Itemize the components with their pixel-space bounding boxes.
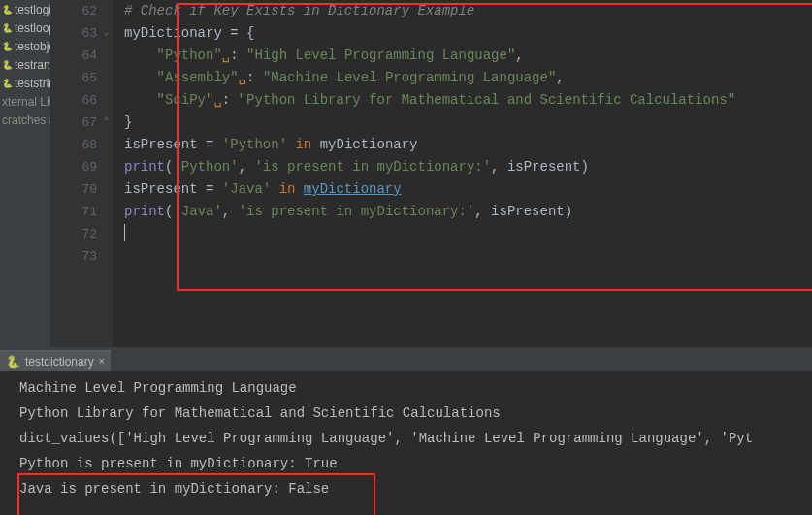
gutter: 6263⌄64656667⌃686970717273 — [50, 0, 113, 347]
code-token: : — [230, 48, 246, 63]
code-token: } — [124, 114, 132, 130]
code-line[interactable]: # Check if Key Exists in Dictionary Exam… — [124, 0, 812, 22]
code-line[interactable]: "Assembly"␣: "Machine Level Programming … — [124, 67, 812, 89]
code-line[interactable]: isPresent = 'Python' in myDictionary — [124, 134, 812, 156]
code-line[interactable]: "Python"␣: "High Level Programming Langu… — [124, 45, 812, 67]
code-token: = { — [222, 25, 255, 41]
tree-item-label: testlogic — [15, 3, 50, 16]
console-line: Machine Level Programming Language — [19, 375, 812, 401]
code-token — [124, 70, 157, 85]
tree-item-label: testloop — [15, 21, 50, 35]
code-token: : — [222, 92, 239, 108]
project-tree[interactable]: 🐍testlogic🐍testloop🐍testobje🐍testrand🐍te… — [0, 0, 50, 347]
sidebar-item[interactable]: 🐍testloop — [0, 18, 50, 37]
code-token: 'is present in myDictionary:' — [254, 159, 491, 175]
code-token: myDictionary — [320, 137, 418, 152]
python-file-icon: 🐍 — [2, 42, 12, 51]
code-line[interactable] — [124, 245, 812, 268]
python-file-icon: 🐍 — [2, 23, 12, 33]
sidebar-item[interactable]: xternal Lib — [0, 92, 50, 111]
console-line: Python is present in myDictionary: True — [19, 451, 812, 476]
code-token: isPresent = — [124, 137, 222, 152]
code-token: 'is present in myDictionary:' — [239, 204, 475, 219]
code-token: in — [295, 137, 319, 152]
code-token: ␣ — [239, 70, 246, 85]
close-icon[interactable]: × — [99, 356, 105, 367]
python-file-icon: 🐍 — [2, 79, 12, 88]
line-number: 73 — [50, 245, 113, 268]
code-token: 'Java' — [222, 181, 279, 197]
code-token: , — [515, 48, 523, 63]
line-number: 64 — [50, 45, 113, 67]
run-tool-window: 🐍 testdictionary × Machine Level Program… — [0, 347, 812, 515]
line-number: 65 — [50, 67, 113, 89]
tree-item-label: xternal Lib — [2, 95, 50, 109]
python-file-icon: 🐍 — [2, 5, 12, 15]
code-token: , — [239, 159, 255, 175]
line-number: 62 — [50, 0, 113, 22]
code-token — [124, 92, 157, 108]
code-token: : — [246, 70, 263, 85]
code-token: 'Java' — [173, 204, 221, 219]
line-number: 67⌃ — [50, 112, 113, 134]
sidebar-item[interactable]: 🐍testrand — [0, 55, 50, 74]
code-editor[interactable]: 6263⌄64656667⌃686970717273 # Check if Ke… — [50, 0, 812, 347]
python-file-icon: 🐍 — [2, 60, 12, 70]
code-token: , isPresent) — [474, 204, 572, 219]
code-line[interactable]: myDictionary = { — [124, 22, 812, 45]
caret — [124, 224, 125, 241]
code-token: "Python Library for Mathematical and Sci… — [239, 92, 735, 108]
code-token: "High Level Programming Language" — [246, 48, 515, 63]
code-token: "Machine Level Programming Language" — [263, 70, 556, 85]
run-tab[interactable]: 🐍 testdictionary × — [0, 350, 111, 371]
console-line: Java is present in myDictionary: False — [19, 476, 812, 501]
line-number: 70 — [50, 178, 113, 201]
code-token: print — [124, 159, 165, 175]
code-token: 'Python' — [222, 137, 296, 152]
fold-handle-icon[interactable]: ⌄ — [101, 27, 112, 38]
line-number: 68 — [50, 134, 113, 156]
line-number: 69 — [50, 156, 113, 178]
code-token: ␣ — [222, 48, 230, 63]
sidebar-item[interactable]: cratches a — [0, 111, 50, 129]
code-token: print — [124, 204, 165, 219]
sidebar-item[interactable]: 🐍testobje — [0, 37, 50, 55]
code-line[interactable]: isPresent = 'Java' in myDictionary — [124, 178, 812, 201]
tree-item-label: teststrin — [15, 77, 50, 90]
code-token — [124, 48, 157, 63]
code-token: ␣ — [213, 92, 221, 108]
sidebar-item[interactable]: 🐍testlogic — [0, 0, 50, 18]
line-number: 66 — [50, 89, 113, 112]
line-number: 72 — [50, 223, 113, 245]
code-token: myDictionary — [124, 25, 222, 41]
console-line: Python Library for Mathematical and Scie… — [19, 401, 812, 426]
code-token: "Python" — [157, 48, 222, 63]
code-token: , isPresent) — [491, 159, 589, 175]
code-line[interactable]: } — [124, 112, 812, 134]
sidebar-item[interactable]: 🐍teststrin — [0, 74, 50, 92]
code-token: , — [556, 70, 564, 85]
code-token: myDictionary — [304, 181, 402, 197]
code-token: isPresent = — [124, 181, 222, 197]
line-number: 63⌄ — [50, 22, 113, 45]
fold-handle-icon[interactable]: ⌃ — [101, 116, 112, 127]
console-output[interactable]: Machine Level Programming LanguagePython… — [0, 371, 812, 515]
code-line[interactable]: print('Python', 'is present in myDiction… — [124, 156, 812, 178]
code-token: "SciPy" — [157, 92, 214, 108]
tree-item-label: testrand — [15, 58, 50, 72]
run-tabbar: 🐍 testdictionary × — [0, 348, 812, 371]
code-line[interactable]: print('Java', 'is present in myDictionar… — [124, 201, 812, 223]
code-token: # Check if Key Exists in Dictionary Exam… — [124, 3, 474, 18]
code-line[interactable]: "SciPy"␣: "Python Library for Mathematic… — [124, 89, 812, 112]
code-token: in — [279, 181, 304, 197]
code-token: "Assembly" — [157, 70, 239, 85]
run-tab-label: testdictionary — [25, 355, 94, 369]
code-line[interactable] — [124, 223, 812, 245]
tree-item-label: testobje — [15, 40, 50, 53]
line-number: 71 — [50, 201, 113, 223]
tree-item-label: cratches a — [2, 113, 50, 127]
code-token: 'Python' — [173, 159, 238, 175]
code-token: , — [222, 204, 239, 219]
console-line: dict_values(['High Level Programming Lan… — [19, 426, 812, 451]
code[interactable]: # Check if Key Exists in Dictionary Exam… — [113, 0, 812, 347]
